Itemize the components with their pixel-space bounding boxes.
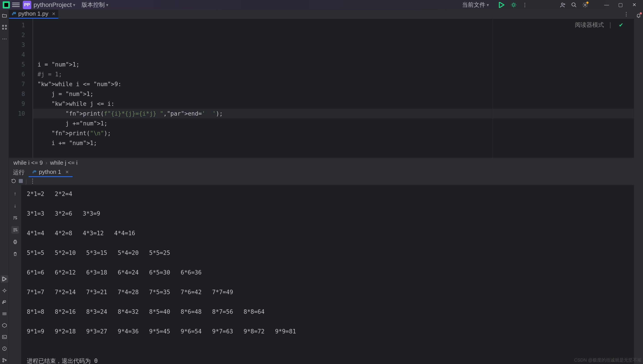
rerun-icon[interactable] [11,178,16,184]
add-user-icon[interactable] [559,1,567,9]
project-badge: PP [23,1,31,9]
svg-point-3 [572,3,575,6]
svg-rect-16 [14,241,17,242]
stop-icon[interactable] [19,179,23,183]
notifications-icon[interactable] [635,12,642,20]
code-line[interactable]: "fn">print("\n"); [33,128,634,138]
svg-rect-10 [2,336,6,339]
minimize-button[interactable]: — [602,1,611,9]
settings-notification-dot [586,2,588,4]
chevron-down-icon[interactable]: ▾ [106,2,108,8]
run-tool-header: 运行 python 1 ✕ [9,168,634,177]
chevron-down-icon[interactable]: ▾ [73,2,75,8]
svg-point-1 [513,4,515,6]
notification-dot [640,12,642,14]
line-gutter: 12345678910 [9,18,33,158]
settings-icon[interactable] [581,1,589,9]
run-tool-icon[interactable] [1,275,8,283]
close-run-tab-icon[interactable]: ✕ [65,170,69,175]
python-file-icon [32,170,37,174]
code-line[interactable]: i += "num">1; [33,138,634,148]
tab-options-icon[interactable]: ⋮ [622,10,630,18]
svg-point-13 [3,361,4,362]
code-line[interactable]: "fn">print(f"{i}*{j}={i*j} ","par">end='… [33,109,634,118]
code-line[interactable] [33,148,634,158]
svg-rect-18 [14,243,16,244]
editor-tabs: python 1.py ✕ ⋮ [9,10,634,18]
print-icon[interactable] [12,238,19,246]
problems-icon[interactable] [1,345,8,352]
terminal-icon[interactable] [1,333,8,341]
console-toolbar: ↑ ↓ [9,185,22,364]
debug-tool-icon[interactable] [1,287,8,294]
watermark: CSDN @极度的坦诚就是无坚不摧 [574,357,642,363]
svg-point-15 [13,12,14,13]
more-tools-icon[interactable]: ⋯ [1,35,8,43]
check-icon: ✔ [619,20,623,30]
right-margin-line [493,18,493,158]
code-line[interactable]: "kw">while i <= "num">9: [33,79,634,89]
close-button[interactable]: ✕ [630,1,638,9]
structure-tool-icon[interactable] [1,24,8,31]
run-label: 运行 [9,168,29,176]
debug-button[interactable] [511,2,517,8]
project-tool-icon[interactable] [1,12,8,20]
code-line[interactable]: i = "num">1; [33,60,634,70]
svg-rect-5 [3,25,4,26]
code-line[interactable]: #j = 1; [33,70,634,79]
svg-point-2 [561,3,563,5]
code-line[interactable]: "kw">while j <= i: [33,99,634,109]
run-tab[interactable]: python 1 ✕ [29,168,73,177]
python-console-icon[interactable] [1,298,8,306]
soft-wrap-icon[interactable] [12,214,19,222]
chevron-down-icon[interactable]: ▾ [487,2,489,8]
svg-point-4 [584,4,586,6]
svg-rect-17 [14,240,16,241]
code-editor[interactable]: 12345678910 阅读器模式 | ✔ i = "num">1;#j = 1… [9,18,634,158]
search-icon[interactable] [570,1,578,9]
project-name[interactable]: pythonProject [34,1,72,8]
inspection-widget[interactable]: 阅读器模式 | ✔ [575,20,623,30]
code-line[interactable]: j = "num">1; [33,89,634,99]
right-tool-stripe [634,10,643,364]
up-stack-icon[interactable]: ↑ [12,190,19,198]
svg-point-9 [3,290,5,292]
file-tab[interactable]: python 1.py ✕ [9,10,58,18]
down-stack-icon[interactable]: ↓ [12,202,19,210]
more-actions-icon[interactable]: ⋮ [521,1,529,9]
close-tab-icon[interactable]: ✕ [52,11,56,16]
scroll-to-end-icon[interactable] [12,226,19,234]
svg-rect-6 [3,28,4,29]
svg-rect-8 [5,28,7,29]
python-file-icon [12,12,17,16]
file-tab-label: python 1.py [18,10,48,17]
breadcrumbs[interactable]: while i <= 9 › while j <= i [9,158,634,168]
hamburger-menu[interactable] [12,1,20,9]
console-output[interactable]: 2*1=2 2*2=4 3*1=3 3*2=6 3*3=9 4*1=4 4*2=… [22,185,634,364]
left-tool-stripe: ⋯ [0,10,9,364]
run-more-icon[interactable]: ⋮ [30,178,36,184]
run-toolbar: | ⋮ [9,177,634,185]
maximize-button[interactable]: ▢ [616,1,625,9]
code-area[interactable]: 阅读器模式 | ✔ i = "num">1;#j = 1;"kw">while … [33,18,634,158]
app-icon [3,1,10,8]
services-icon[interactable] [1,310,8,318]
run-anything-icon[interactable] [1,322,8,329]
code-line[interactable]: j +="num">1; [33,118,634,128]
run-button[interactable] [499,2,505,8]
clear-icon[interactable] [12,250,19,258]
current-file-label[interactable]: 当前文件 [462,1,485,9]
svg-rect-0 [4,3,8,7]
svg-rect-7 [5,25,7,26]
vcs-tool-icon[interactable] [1,356,8,364]
svg-point-12 [3,358,4,360]
vcs-menu[interactable]: 版本控制 [82,1,105,9]
titlebar: PP pythonProject ▾ 版本控制 ▾ 当前文件 ▾ ⋮ — ▢ ✕ [0,0,643,10]
